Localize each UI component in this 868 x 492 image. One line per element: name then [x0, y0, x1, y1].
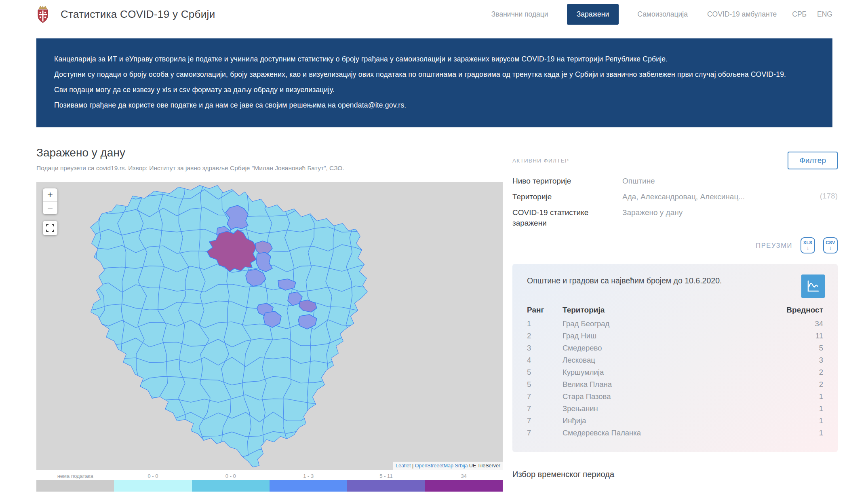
- legend-label: 34: [425, 472, 503, 480]
- download-arrow-icon: ↓: [807, 245, 809, 251]
- legend-segment: 0 - 0: [192, 472, 270, 492]
- cell-territory: Зрењанин: [563, 404, 799, 413]
- show-chart-button[interactable]: [801, 275, 825, 298]
- table-row: 7 Зрењанин 1: [527, 403, 823, 415]
- cell-value: 11: [799, 332, 823, 340]
- download-bar: ПРЕУЗМИ XLS ↓ CSV ↓: [512, 237, 838, 253]
- cell-rank: 7: [527, 429, 563, 437]
- banner-paragraph: Канцеларија за ИТ и еУправу отворила је …: [54, 54, 815, 64]
- legend-swatch: [347, 480, 425, 492]
- cell-territory: Стара Пазова: [563, 392, 799, 401]
- rank-table: Ранг Територија Вредност 1 Град Београд …: [527, 304, 823, 439]
- download-label[interactable]: ПРЕУЗМИ: [756, 242, 792, 249]
- page: Статистика COVID-19 у Србији Званични по…: [0, 0, 868, 492]
- table-row: 4 Лесковац 3: [527, 354, 823, 366]
- download-arrow-icon: ↓: [829, 245, 832, 251]
- attribution-suffix: UE TileServer: [469, 463, 500, 469]
- map-section: Заражено у дану Подаци преузети са covid…: [36, 146, 503, 492]
- cell-value: 2: [799, 368, 823, 377]
- cell-value: 5: [799, 344, 823, 353]
- active-filter-caption: АКТИВНИ ФИЛТЕР: [512, 158, 569, 164]
- nav-item[interactable]: Званични подаци: [491, 4, 549, 25]
- download-xls-button[interactable]: XLS ↓: [801, 237, 815, 253]
- zoom-out-button[interactable]: −: [43, 201, 57, 214]
- table-row: 5 Велика Плана 2: [527, 378, 823, 391]
- legend-label: 1 - 3: [270, 472, 347, 480]
- rank-table-header: Ранг Територија Вредност: [527, 304, 823, 316]
- cell-territory: Лесковац: [563, 356, 799, 365]
- legend-segment: 0 - 0: [114, 472, 192, 492]
- card-title: Општине и градови са највећим бројем до …: [527, 276, 777, 285]
- filter-row: Територије Ада, Александровац, Алексинац…: [512, 192, 838, 202]
- language-option[interactable]: СРБ: [792, 10, 807, 19]
- banner-paragraph: Позивамо грађане да користе ове податке …: [54, 100, 815, 110]
- table-row: 3 Смедерево 5: [527, 342, 823, 354]
- fullscreen-button[interactable]: [43, 221, 57, 235]
- header-territory: Територија: [563, 306, 786, 315]
- fullscreen-icon: [46, 224, 54, 232]
- map-legend: нема података 0 - 0 0 - 0 1 - 3 5 - 11 3…: [36, 472, 503, 492]
- legend-label: 0 - 0: [114, 472, 192, 480]
- table-row: 7 Стара Пазова 1: [527, 391, 823, 403]
- site-title: Статистика COVID-19 у Србији: [61, 8, 215, 21]
- cell-rank: 2: [527, 332, 563, 340]
- cell-value: 2: [799, 380, 823, 389]
- leaflet-link[interactable]: Leaflet: [396, 463, 411, 469]
- cell-rank: 4: [527, 356, 563, 365]
- legend-label: нема података: [36, 472, 114, 480]
- legend-swatch: [270, 480, 347, 492]
- filter-row-label: Ниво територије: [512, 176, 622, 186]
- legend-segment: 1 - 3: [270, 472, 347, 492]
- cell-value: 1: [799, 416, 823, 425]
- table-row: 1 Град Београд 34: [527, 318, 823, 330]
- cell-territory: Велика Плана: [563, 380, 799, 389]
- language-option[interactable]: ENG: [817, 10, 832, 19]
- legend-segment: 5 - 11: [347, 472, 425, 492]
- cell-territory: Град Београд: [563, 319, 799, 328]
- serbia-map-svg: [36, 182, 503, 470]
- osm-link[interactable]: OpenStreeetMap Srbija: [415, 463, 468, 469]
- legend-label: 0 - 0: [192, 472, 270, 480]
- active-filter-rows: Ниво територије Општине Територије Ада, …: [512, 176, 838, 228]
- legend-swatch: [192, 480, 270, 492]
- table-row: 5 Куршумлија 2: [527, 366, 823, 378]
- table-row: 2 Град Ниш 11: [527, 330, 823, 342]
- cell-rank: 7: [527, 404, 563, 413]
- cell-territory: Куршумлија: [563, 368, 799, 377]
- nav-item[interactable]: COVID-19 амбуланте: [706, 4, 777, 25]
- map-zoom-control: + −: [43, 188, 57, 214]
- filter-row: Ниво територије Општине: [512, 176, 838, 186]
- filter-row-value: Општине: [622, 176, 838, 186]
- table-row: 7 Инђија 1: [527, 415, 823, 427]
- data-source-note: Подаци преузети са covid19.rs. Извор: Ин…: [36, 165, 503, 172]
- download-csv-button[interactable]: CSV ↓: [823, 237, 838, 253]
- nav-item[interactable]: Самоизолација: [636, 4, 689, 25]
- top-navbar: Статистика COVID-19 у Србији Званични по…: [0, 0, 868, 29]
- cell-value: 34: [799, 319, 823, 328]
- filter-row-label: Територије: [512, 192, 622, 202]
- active-filter-header: АКТИВНИ ФИЛТЕР Филтер: [512, 152, 838, 169]
- banner-paragraph: Доступни су подаци о броју особа у самои…: [54, 69, 815, 80]
- legend-swatch: [114, 480, 192, 492]
- zoom-in-button[interactable]: +: [43, 188, 57, 201]
- cell-rank: 1: [527, 319, 563, 328]
- line-chart-icon: [806, 279, 820, 293]
- language-switcher: СРБENG: [792, 10, 832, 19]
- filter-row-value: Заражено у дану: [622, 207, 838, 218]
- filter-row-label: COVID-19 статистике заражени: [512, 207, 622, 228]
- nav-item[interactable]: Заражени: [567, 4, 619, 25]
- header-value: Вредност: [786, 306, 823, 315]
- legend-swatch: [425, 480, 503, 492]
- filter-button[interactable]: Филтер: [788, 152, 838, 169]
- legend-label: 5 - 11: [347, 472, 425, 480]
- legend-swatch: [36, 480, 114, 492]
- cell-territory: Инђија: [563, 416, 799, 425]
- cell-territory: Град Ниш: [563, 332, 799, 340]
- cell-value: 1: [799, 404, 823, 413]
- cell-rank: 5: [527, 380, 563, 389]
- main-nav: Званични подациЗаражениСамоизолацијаCOVI…: [491, 4, 777, 25]
- banner-paragraph: Сви подаци могу да се извезу у xls и csv…: [54, 84, 815, 95]
- map-attribution: Leaflet | OpenStreeetMap Srbija UE TileS…: [393, 462, 503, 470]
- choropleth-map[interactable]: + − Leaflet | OpenStreeetMap Srbija UE T…: [36, 182, 503, 470]
- filter-row-value: Ада, Александровац, Алексинац...: [622, 192, 820, 202]
